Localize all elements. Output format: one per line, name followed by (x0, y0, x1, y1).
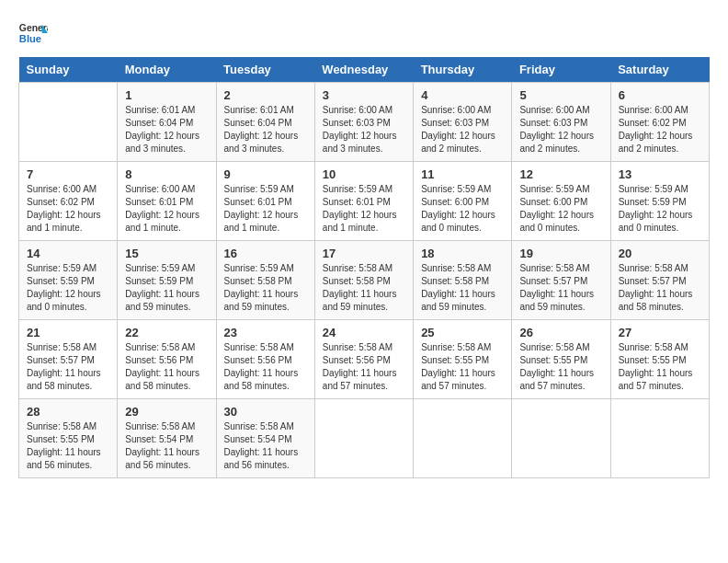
day-detail: Sunrise: 6:00 AMSunset: 6:03 PMDaylight:… (519, 104, 602, 155)
day-detail: Sunrise: 6:01 AMSunset: 6:04 PMDaylight:… (224, 104, 307, 155)
day-number: 10 (323, 167, 405, 181)
day-number: 5 (519, 88, 602, 102)
day-number: 24 (323, 326, 405, 339)
day-detail: Sunrise: 5:58 AMSunset: 5:54 PMDaylight:… (224, 420, 307, 472)
day-detail: Sunrise: 5:59 AMSunset: 6:00 PMDaylight:… (519, 183, 602, 235)
calendar-cell (512, 399, 610, 478)
calendar-cell: 12Sunrise: 5:59 AMSunset: 6:00 PMDayligh… (512, 162, 610, 241)
day-detail: Sunrise: 6:00 AMSunset: 6:02 PMDaylight:… (619, 104, 701, 155)
day-detail: Sunrise: 5:58 AMSunset: 5:56 PMDaylight:… (224, 341, 307, 393)
day-detail: Sunrise: 5:59 AMSunset: 5:59 PMDaylight:… (27, 262, 109, 314)
day-number: 6 (619, 88, 701, 102)
day-detail: Sunrise: 5:59 AMSunset: 6:00 PMDaylight:… (421, 183, 504, 235)
calendar-cell: 26Sunrise: 5:58 AMSunset: 5:55 PMDayligh… (512, 320, 610, 399)
calendar-week-row: 1Sunrise: 6:01 AMSunset: 6:04 PMDaylight… (19, 83, 710, 162)
day-number: 13 (619, 167, 701, 181)
day-detail: Sunrise: 5:59 AMSunset: 5:58 PMDaylight:… (224, 262, 307, 314)
calendar-cell: 21Sunrise: 5:58 AMSunset: 5:57 PMDayligh… (19, 320, 118, 399)
calendar-cell: 2Sunrise: 6:01 AMSunset: 6:04 PMDaylight… (216, 83, 314, 162)
day-number: 19 (519, 247, 602, 260)
calendar-cell: 14Sunrise: 5:59 AMSunset: 5:59 PMDayligh… (19, 241, 118, 320)
calendar-cell: 25Sunrise: 5:58 AMSunset: 5:55 PMDayligh… (414, 320, 512, 399)
calendar-cell: 24Sunrise: 5:58 AMSunset: 5:56 PMDayligh… (314, 320, 413, 399)
day-number: 8 (125, 167, 208, 181)
calendar-cell: 11Sunrise: 5:59 AMSunset: 6:00 PMDayligh… (414, 162, 512, 241)
day-detail: Sunrise: 5:59 AMSunset: 6:01 PMDaylight:… (224, 183, 307, 235)
day-number: 25 (421, 326, 504, 339)
day-number: 22 (125, 326, 208, 339)
calendar-cell: 4Sunrise: 6:00 AMSunset: 6:03 PMDaylight… (414, 83, 512, 162)
day-detail: Sunrise: 5:58 AMSunset: 5:55 PMDaylight:… (421, 341, 504, 393)
day-number: 2 (224, 88, 307, 102)
day-header-saturday: Saturday (610, 57, 709, 83)
calendar-week-row: 14Sunrise: 5:59 AMSunset: 5:59 PMDayligh… (19, 241, 710, 320)
calendar-cell: 16Sunrise: 5:59 AMSunset: 5:58 PMDayligh… (216, 241, 314, 320)
day-detail: Sunrise: 5:58 AMSunset: 5:55 PMDaylight:… (619, 341, 701, 393)
calendar-cell: 7Sunrise: 6:00 AMSunset: 6:02 PMDaylight… (19, 162, 118, 241)
calendar-cell (610, 399, 709, 478)
day-number: 21 (27, 326, 109, 339)
calendar-cell: 13Sunrise: 5:59 AMSunset: 5:59 PMDayligh… (610, 162, 709, 241)
day-number: 14 (27, 247, 109, 260)
day-number: 9 (224, 167, 307, 181)
calendar-cell: 27Sunrise: 5:58 AMSunset: 5:55 PMDayligh… (610, 320, 709, 399)
day-header-wednesday: Wednesday (314, 57, 413, 83)
day-header-tuesday: Tuesday (216, 57, 314, 83)
day-detail: Sunrise: 5:58 AMSunset: 5:58 PMDaylight:… (421, 262, 504, 314)
calendar-cell: 5Sunrise: 6:00 AMSunset: 6:03 PMDaylight… (512, 83, 610, 162)
calendar-cell (414, 399, 512, 478)
day-header-monday: Monday (118, 57, 216, 83)
day-header-sunday: Sunday (19, 57, 118, 83)
day-number: 18 (421, 247, 504, 260)
day-header-thursday: Thursday (414, 57, 512, 83)
day-number: 7 (27, 167, 109, 181)
calendar-cell: 8Sunrise: 6:00 AMSunset: 6:01 PMDaylight… (118, 162, 216, 241)
day-detail: Sunrise: 6:00 AMSunset: 6:01 PMDaylight:… (125, 183, 208, 235)
day-detail: Sunrise: 5:58 AMSunset: 5:54 PMDaylight:… (125, 420, 208, 472)
calendar-cell: 1Sunrise: 6:01 AMSunset: 6:04 PMDaylight… (118, 83, 216, 162)
day-number: 3 (323, 88, 405, 102)
header: GeneralBlue (18, 18, 710, 48)
calendar-week-row: 28Sunrise: 5:58 AMSunset: 5:55 PMDayligh… (19, 399, 710, 478)
calendar-cell: 23Sunrise: 5:58 AMSunset: 5:56 PMDayligh… (216, 320, 314, 399)
calendar-cell: 6Sunrise: 6:00 AMSunset: 6:02 PMDaylight… (610, 83, 709, 162)
day-detail: Sunrise: 5:58 AMSunset: 5:58 PMDaylight:… (323, 262, 405, 314)
calendar-table: SundayMondayTuesdayWednesdayThursdayFrid… (18, 57, 710, 478)
calendar-cell: 20Sunrise: 5:58 AMSunset: 5:57 PMDayligh… (610, 241, 709, 320)
logo-icon: GeneralBlue (18, 18, 48, 48)
calendar-cell: 30Sunrise: 5:58 AMSunset: 5:54 PMDayligh… (216, 399, 314, 478)
svg-text:Blue: Blue (19, 33, 41, 44)
day-detail: Sunrise: 5:58 AMSunset: 5:55 PMDaylight:… (27, 420, 109, 472)
day-number: 16 (224, 247, 307, 260)
day-detail: Sunrise: 5:58 AMSunset: 5:56 PMDaylight:… (125, 341, 208, 393)
day-header-friday: Friday (512, 57, 610, 83)
calendar-cell: 17Sunrise: 5:58 AMSunset: 5:58 PMDayligh… (314, 241, 413, 320)
day-number: 17 (323, 247, 405, 260)
calendar-week-row: 21Sunrise: 5:58 AMSunset: 5:57 PMDayligh… (19, 320, 710, 399)
day-detail: Sunrise: 5:58 AMSunset: 5:55 PMDaylight:… (519, 341, 602, 393)
calendar-cell: 15Sunrise: 5:59 AMSunset: 5:59 PMDayligh… (118, 241, 216, 320)
calendar-cell (314, 399, 413, 478)
day-detail: Sunrise: 5:59 AMSunset: 5:59 PMDaylight:… (619, 183, 701, 235)
day-number: 12 (519, 167, 602, 181)
day-detail: Sunrise: 5:58 AMSunset: 5:57 PMDaylight:… (619, 262, 701, 314)
calendar-cell (19, 83, 118, 162)
calendar-cell: 10Sunrise: 5:59 AMSunset: 6:01 PMDayligh… (314, 162, 413, 241)
day-detail: Sunrise: 5:58 AMSunset: 5:56 PMDaylight:… (323, 341, 405, 393)
day-number: 4 (421, 88, 504, 102)
day-number: 28 (27, 405, 109, 419)
calendar-header-row: SundayMondayTuesdayWednesdayThursdayFrid… (19, 57, 710, 83)
day-number: 20 (619, 247, 701, 260)
day-number: 23 (224, 326, 307, 339)
logo: GeneralBlue (18, 18, 48, 48)
calendar-cell: 18Sunrise: 5:58 AMSunset: 5:58 PMDayligh… (414, 241, 512, 320)
day-detail: Sunrise: 5:59 AMSunset: 5:59 PMDaylight:… (125, 262, 208, 314)
calendar-week-row: 7Sunrise: 6:00 AMSunset: 6:02 PMDaylight… (19, 162, 710, 241)
day-detail: Sunrise: 6:00 AMSunset: 6:02 PMDaylight:… (27, 183, 109, 235)
day-number: 29 (125, 405, 208, 419)
day-number: 27 (619, 326, 701, 339)
day-number: 15 (125, 247, 208, 260)
day-detail: Sunrise: 5:58 AMSunset: 5:57 PMDaylight:… (519, 262, 602, 314)
day-detail: Sunrise: 5:58 AMSunset: 5:57 PMDaylight:… (27, 341, 109, 393)
day-detail: Sunrise: 5:59 AMSunset: 6:01 PMDaylight:… (323, 183, 405, 235)
